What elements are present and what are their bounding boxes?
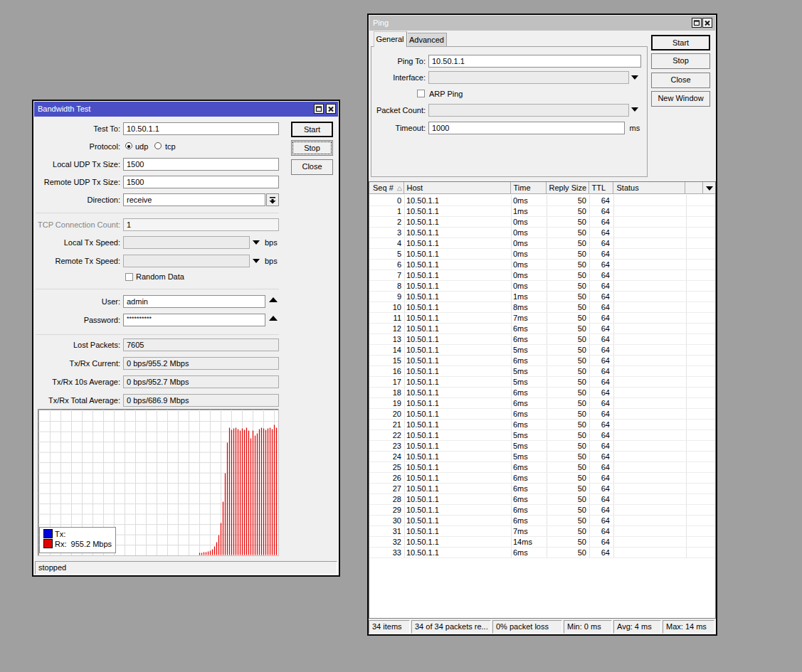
svg-text:Rx: 955.2 Mbps: Rx: 955.2 Mbps [55,540,112,548]
svg-text:Tx:: Tx: [55,530,65,538]
